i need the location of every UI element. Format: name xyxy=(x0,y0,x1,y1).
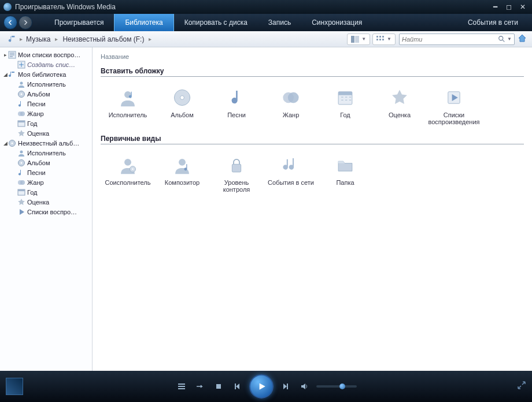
item-label: Папка xyxy=(336,179,354,186)
layout-options-button[interactable]: ▼ xyxy=(347,34,370,45)
album-icon xyxy=(172,87,193,108)
item-playlists[interactable]: Списки воспроизведения xyxy=(427,85,481,131)
svg-point-24 xyxy=(20,180,25,185)
main-area: ▸ Мои списки воспро… Создать спис… ◢ Моя… xyxy=(0,47,532,371)
chevron-down-icon[interactable]: ▼ xyxy=(507,36,512,42)
tree-alb-album[interactable]: Альбом xyxy=(0,158,92,168)
tree-lib-album[interactable]: Альбом xyxy=(0,89,92,99)
item-label: Списки воспроизведения xyxy=(428,111,480,125)
now-playing-thumb[interactable] xyxy=(6,378,23,395)
column-header[interactable]: Название xyxy=(101,52,524,64)
svg-point-37 xyxy=(132,169,134,170)
calendar-icon xyxy=(17,120,25,128)
item-folder[interactable]: Папка xyxy=(318,152,372,199)
music-icon xyxy=(8,70,16,79)
tree-lib-year[interactable]: Год xyxy=(0,118,92,128)
chevron-down-icon: ▼ xyxy=(361,36,366,42)
svg-rect-2 xyxy=(376,36,378,38)
help-button[interactable] xyxy=(518,34,527,44)
view-options-button[interactable]: ▼ xyxy=(372,34,396,45)
playlist-button[interactable] xyxy=(175,380,188,393)
search-input[interactable] xyxy=(402,36,498,43)
app-logo-icon xyxy=(3,3,12,11)
svg-rect-39 xyxy=(232,164,241,172)
tree-label: Создать спис… xyxy=(27,61,75,68)
item-year[interactable]: Год xyxy=(318,85,372,131)
next-button[interactable] xyxy=(279,380,292,393)
tree-alb-playlists[interactable]: Списки воспро… xyxy=(0,207,92,217)
play-button[interactable] xyxy=(249,374,274,399)
item-genre[interactable]: Жанр xyxy=(264,85,318,131)
tree-alb-rating[interactable]: Оценка xyxy=(0,197,92,207)
item-artist[interactable]: Исполнитель xyxy=(101,85,155,131)
item-album[interactable]: Альбом xyxy=(155,85,209,131)
tree-label: Песни xyxy=(27,100,46,107)
songs-icon xyxy=(17,100,25,108)
minimize-button[interactable]: ━ xyxy=(489,3,501,11)
play-icon xyxy=(17,208,25,216)
search-icon[interactable] xyxy=(498,35,506,43)
tree-playlists[interactable]: ▸ Мои списки воспро… xyxy=(0,50,92,59)
tree-label: Списки воспро… xyxy=(27,209,77,215)
shuffle-button[interactable] xyxy=(194,380,206,393)
tree-label: Год xyxy=(27,189,38,196)
close-button[interactable]: ✕ xyxy=(517,3,529,11)
tree-library[interactable]: ◢ Моя библиотека xyxy=(0,69,92,79)
tree-alb-artist[interactable]: Исполнитель xyxy=(0,148,92,158)
volume-thumb[interactable] xyxy=(339,384,345,389)
breadcrumb-root[interactable]: ▸ Музыка xyxy=(5,34,54,44)
player-bar xyxy=(0,371,532,402)
tree-label: Год xyxy=(27,120,38,127)
artist-icon xyxy=(17,80,25,88)
tree-lib-rating[interactable]: Оценка xyxy=(0,128,92,138)
item-online[interactable]: События в сети xyxy=(264,152,318,199)
svg-point-31 xyxy=(288,92,299,103)
tree-alb-songs[interactable]: Песни xyxy=(0,168,92,177)
prev-button[interactable] xyxy=(231,380,243,393)
svg-rect-40 xyxy=(216,384,221,389)
icon-row-2: Соисполнитель Композитор Уровень контрол… xyxy=(101,152,524,199)
tree-label: Альбом xyxy=(27,159,50,166)
search-box[interactable]: ▼ xyxy=(399,34,515,45)
tree-label: Моя библиотека xyxy=(18,71,66,78)
tree-lib-songs[interactable]: Песни xyxy=(0,99,92,109)
item-rating[interactable]: Оценка xyxy=(372,85,427,131)
tab-burn[interactable]: Запись xyxy=(258,14,301,31)
item-coartist[interactable]: Соисполнитель xyxy=(101,152,155,199)
item-control[interactable]: Уровень контроля xyxy=(209,152,264,199)
tab-sync[interactable]: Синхронизация xyxy=(301,14,372,31)
collapse-icon[interactable]: ◢ xyxy=(2,140,8,146)
collapse-icon[interactable]: ◢ xyxy=(2,72,8,77)
tab-rip[interactable]: Копировать с диска xyxy=(174,14,258,31)
disc-icon xyxy=(8,139,16,147)
expand-icon[interactable]: ▸ xyxy=(2,52,8,58)
tree-alb-year[interactable]: Год xyxy=(0,187,92,197)
item-songs[interactable]: Песни xyxy=(209,85,264,131)
coartist-icon xyxy=(117,155,138,176)
tab-now-playing[interactable]: Проигрывается xyxy=(44,14,114,31)
mute-button[interactable] xyxy=(298,380,311,393)
genre-icon xyxy=(17,110,25,118)
forward-button[interactable] xyxy=(19,16,32,29)
tab-library[interactable]: Библиотека xyxy=(114,14,173,31)
svg-rect-7 xyxy=(382,39,384,40)
chevron-right-icon: ▸ xyxy=(149,36,152,42)
maximize-button[interactable]: ◻ xyxy=(503,3,515,11)
volume-slider[interactable] xyxy=(316,385,357,388)
back-button[interactable] xyxy=(3,16,17,29)
svg-rect-3 xyxy=(379,36,381,38)
svg-rect-5 xyxy=(376,39,378,40)
star-icon xyxy=(17,198,25,206)
tree-alb-genre[interactable]: Жанр xyxy=(0,177,92,187)
fullscreen-button[interactable] xyxy=(517,381,526,392)
breadcrumb-node[interactable]: Неизвестный альбом (F:) xyxy=(59,34,147,44)
tree-album-unknown[interactable]: ◢ Неизвестный альб… xyxy=(0,138,92,148)
tree-lib-artist[interactable]: Исполнитель xyxy=(0,79,92,89)
tree-create-playlist[interactable]: Создать спис… xyxy=(0,59,92,69)
stop-button[interactable] xyxy=(212,380,225,393)
item-composer[interactable]: Композитор xyxy=(155,152,209,199)
tab-online-stores[interactable]: События в сети xyxy=(457,14,529,31)
new-playlist-icon xyxy=(17,61,25,69)
tree-lib-genre[interactable]: Жанр xyxy=(0,109,92,118)
tree-label: Оценка xyxy=(27,199,49,206)
